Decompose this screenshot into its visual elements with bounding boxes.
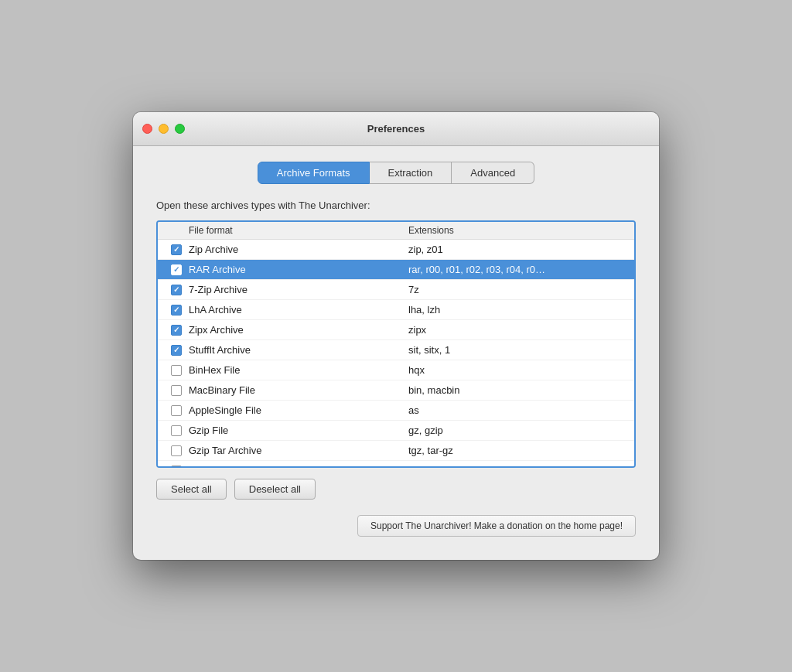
checkbox-box[interactable]: ✓ bbox=[171, 305, 182, 316]
checkmark-icon: ✓ bbox=[173, 306, 179, 314]
table-row[interactable]: ✓Zipx Archivezipx bbox=[158, 320, 634, 340]
checkbox-cell bbox=[164, 385, 189, 396]
select-all-button[interactable]: Select all bbox=[156, 479, 227, 500]
action-buttons: Select all Deselect all bbox=[156, 479, 636, 500]
checkbox-cell bbox=[164, 365, 189, 376]
checkmark-icon: ✓ bbox=[173, 346, 179, 354]
checkbox-box[interactable]: ✓ bbox=[171, 345, 182, 356]
table-row[interactable]: ✓RAR Archiverar, r00, r01, r02, r03, r04… bbox=[158, 260, 634, 280]
tab-archive-formats[interactable]: Archive Formats bbox=[258, 162, 370, 184]
checkbox-cell: ✓ bbox=[164, 325, 189, 336]
tab-bar: Archive Formats Extraction Advanced bbox=[156, 162, 636, 184]
traffic-lights bbox=[142, 124, 185, 134]
format-extensions: tgz, tar-gz bbox=[408, 445, 628, 456]
checkbox-cell: ✓ bbox=[164, 305, 189, 316]
close-button[interactable] bbox=[142, 124, 152, 134]
table-row[interactable]: Gzip Tar Archivetgz, tar-gz bbox=[158, 441, 634, 461]
window-title: Preferences bbox=[367, 123, 425, 135]
table-row[interactable]: Gzip Filegz, gzip bbox=[158, 421, 634, 441]
checkbox-box[interactable]: ✓ bbox=[171, 264, 182, 275]
checkmark-icon: ✓ bbox=[173, 286, 179, 294]
checkbox-box[interactable] bbox=[171, 466, 182, 469]
format-name: StuffIt Archive bbox=[189, 344, 408, 356]
checkbox-box[interactable]: ✓ bbox=[171, 244, 182, 255]
checkbox-header-spacer bbox=[164, 225, 189, 236]
format-extensions: hqx bbox=[408, 364, 628, 376]
checkbox-cell bbox=[164, 466, 189, 469]
table-row[interactable]: ✓Zip Archivezip, z01 bbox=[158, 240, 634, 260]
format-name: BinHex File bbox=[189, 364, 408, 376]
column-header-extensions: Extensions bbox=[408, 225, 628, 236]
format-extensions: zip, z01 bbox=[408, 244, 628, 255]
table-row[interactable]: ✓StuffIt Archivesit, sitx, 1 bbox=[158, 340, 634, 360]
formats-list: File format Extensions ✓Zip Archivezip, … bbox=[156, 220, 636, 468]
format-extensions: sit, sitx, 1 bbox=[408, 344, 628, 356]
checkmark-icon: ✓ bbox=[173, 246, 179, 254]
maximize-button[interactable] bbox=[175, 124, 185, 134]
table-row[interactable]: ✓7-Zip Archive7z bbox=[158, 280, 634, 300]
tab-advanced[interactable]: Advanced bbox=[452, 162, 534, 184]
format-extensions: rar, r00, r01, r02, r03, r04, r0… bbox=[408, 264, 628, 275]
format-name: Gzip File bbox=[189, 425, 408, 436]
format-extensions: 7z bbox=[408, 284, 628, 295]
format-name: AppleSingle File bbox=[189, 404, 408, 416]
table-row[interactable]: MacBinary Filebin, macbin bbox=[158, 380, 634, 401]
format-name: Bzip2 File bbox=[189, 465, 408, 468]
checkbox-cell bbox=[164, 405, 189, 416]
preferences-window: Preferences Archive Formats Extraction A… bbox=[133, 112, 659, 560]
content-area: Archive Formats Extraction Advanced Open… bbox=[133, 146, 659, 560]
description-text: Open these archives types with The Unarc… bbox=[156, 200, 636, 211]
format-name: RAR Archive bbox=[189, 264, 408, 275]
minimize-button[interactable] bbox=[159, 124, 169, 134]
donation-button[interactable]: Support The Unarchiver! Make a donation … bbox=[357, 515, 636, 537]
rows-container: ✓Zip Archivezip, z01✓RAR Archiverar, r00… bbox=[158, 240, 634, 468]
checkbox-cell: ✓ bbox=[164, 264, 189, 275]
format-extensions: zipx bbox=[408, 324, 628, 336]
table-row[interactable]: Bzip2 Filebz2, bzip2, bz bbox=[158, 461, 634, 468]
format-extensions: lha, lzh bbox=[408, 304, 628, 316]
checkbox-cell: ✓ bbox=[164, 244, 189, 255]
format-name: 7-Zip Archive bbox=[189, 284, 408, 295]
format-extensions: bz2, bzip2, bz bbox=[408, 465, 628, 468]
checkbox-cell: ✓ bbox=[164, 285, 189, 295]
format-name: Gzip Tar Archive bbox=[189, 445, 408, 456]
table-row[interactable]: BinHex Filehqx bbox=[158, 360, 634, 380]
format-name: LhA Archive bbox=[189, 304, 408, 316]
checkbox-box[interactable] bbox=[171, 445, 182, 456]
checkbox-cell bbox=[164, 445, 189, 456]
checkbox-box[interactable]: ✓ bbox=[171, 285, 182, 295]
deselect-all-button[interactable]: Deselect all bbox=[234, 479, 316, 500]
checkbox-box[interactable] bbox=[171, 385, 182, 396]
format-extensions: as bbox=[408, 404, 628, 416]
format-extensions: gz, gzip bbox=[408, 425, 628, 436]
table-row[interactable]: AppleSingle Fileas bbox=[158, 401, 634, 421]
column-header-format: File format bbox=[189, 225, 408, 236]
donation-area: Support The Unarchiver! Make a donation … bbox=[156, 515, 636, 537]
format-extensions: bin, macbin bbox=[408, 384, 628, 396]
list-header: File format Extensions bbox=[158, 222, 634, 240]
title-bar: Preferences bbox=[133, 112, 659, 146]
checkmark-icon: ✓ bbox=[173, 326, 179, 334]
format-name: Zip Archive bbox=[189, 244, 408, 255]
checkmark-icon: ✓ bbox=[173, 266, 179, 274]
checkbox-box[interactable] bbox=[171, 425, 182, 436]
table-row[interactable]: ✓LhA Archivelha, lzh bbox=[158, 300, 634, 320]
checkbox-cell bbox=[164, 425, 189, 436]
checkbox-box[interactable] bbox=[171, 365, 182, 376]
checkbox-box[interactable]: ✓ bbox=[171, 325, 182, 336]
checkbox-box[interactable] bbox=[171, 405, 182, 416]
checkbox-cell: ✓ bbox=[164, 345, 189, 356]
tab-extraction[interactable]: Extraction bbox=[370, 162, 452, 184]
format-name: MacBinary File bbox=[189, 384, 408, 396]
format-name: Zipx Archive bbox=[189, 324, 408, 336]
